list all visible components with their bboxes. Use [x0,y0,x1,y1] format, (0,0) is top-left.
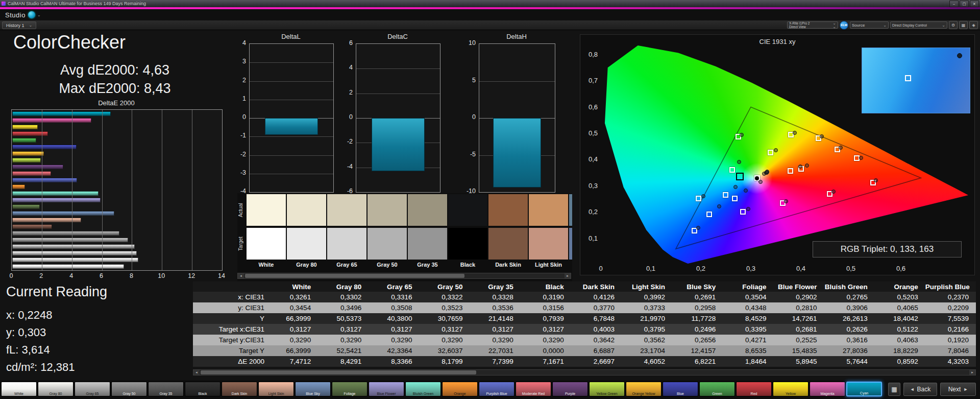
patch-swatch-gray-80[interactable]: Gray 80 [38,382,74,396]
table-cell: 5,8945 [773,356,824,367]
maximize-button[interactable]: ▢ [960,1,969,7]
pin-icon[interactable]: ◈ [969,21,978,29]
patch-swatch-label: Light Skin [259,392,293,395]
table-header-cell: Purplish Blue [925,281,976,292]
display-control-label: Direct Display Control [892,24,927,27]
patch-swatch-gray-65[interactable]: Gray 65 [75,382,110,396]
patch-swatch-blue[interactable]: Blue [663,382,698,396]
table-header-cell: Gray 80 [318,281,369,292]
y-tick-label: -5 [458,151,476,158]
patch-swatch-light-skin[interactable]: Light Skin [258,382,294,396]
max-de2000-value: Max dE2000: 8,43 [15,81,214,97]
actual-swatch-gray-35 [408,194,447,226]
table-header-cell: Bluish Green [824,281,875,292]
table-row: Target Y66,399952,542142,336432,603722,7… [193,345,976,356]
app-icon [2,2,6,6]
chevron-down-icon: ⌄ [832,25,836,29]
chevron-down-icon[interactable]: ⌄ [29,23,33,28]
patch-swatch-green[interactable]: Green [699,382,735,396]
page-title: ColorChecker [13,32,126,53]
scrollbar-thumb[interactable] [245,274,464,278]
patch-swatch-black[interactable]: Black [185,382,220,396]
reading-cdm2: cd/m²: 12,381 [6,359,75,376]
scrollbar-thumb[interactable] [201,370,476,374]
patch-swatch-dark-skin[interactable]: Dark Skin [222,382,257,396]
scroll-left-icon[interactable]: ◄ [193,370,200,375]
table-header-cell: White [267,281,318,292]
patch-swatch-label: Blue Flower [369,392,404,395]
patch-swatch-blue-sky[interactable]: Blue Sky [295,382,331,396]
gear-icon[interactable]: ⚙ [949,21,958,29]
compare-scrollbar[interactable]: ◄ ► [237,273,571,279]
table-cell: 8,3366 [369,356,419,367]
patch-swatch-gray-35[interactable]: Gray 35 [148,382,184,396]
patch-swatch-foliage[interactable]: Foliage [332,382,368,396]
inset-highlight [862,48,970,113]
table-cell: 21,4148 [470,313,521,324]
deltae-bar-blue [12,145,77,149]
patch-swatch-magenta[interactable]: Magenta [810,382,845,396]
table-header-cell [193,281,267,292]
patch-swatch-cyan[interactable]: Cyan [846,382,882,396]
x-tick-label: 4 [69,272,73,279]
swatch-column-label: Gray 65 [327,262,366,268]
table-cell: 42,3364 [369,345,419,356]
patch-swatch-yellow[interactable]: Yellow [773,382,808,396]
patch-swatch-moderate-red[interactable]: Moderate Red [516,382,551,396]
deltae-bar-gray-80 [12,257,138,262]
table-row: Target x:CIE310,31270,31270,31270,31270,… [193,324,976,335]
patch-swatch-bluish-green[interactable]: Bluish Green [405,382,441,396]
actual-swatch-gray-65 [327,194,366,226]
patch-swatch-purplish-blue[interactable]: Purplish Blue [479,382,514,396]
patch-swatch-purple[interactable]: Purple [552,382,588,396]
scroll-right-icon[interactable]: ► [565,273,571,278]
scroll-right-icon[interactable]: ► [969,370,975,375]
table-scrollbar[interactable]: ◄ ► [193,369,976,375]
tab-history-1[interactable]: History 1 ⌄ [2,21,36,29]
scroll-left-icon[interactable]: ◄ [238,273,244,278]
actual-row-label: Actual [238,194,246,226]
grid-view-button[interactable]: ▦ [888,383,900,396]
swatch-compare-panel: Actual Target WhiteGray 80Gray 65Gray 50… [237,193,572,281]
table-cell: 0,5203 [875,292,925,302]
table-cell: 0,2209 [925,302,976,313]
deltae-bar-foliage [12,204,40,209]
y-tick-label: -4 [335,163,353,170]
gridline [356,68,440,69]
table-cell: 8,4529 [723,313,773,324]
x-tick-label: 12 [188,272,195,279]
patch-swatch-red[interactable]: Red [736,382,772,396]
table-cell: 0,4348 [723,302,773,313]
next-button[interactable]: Next ► [940,383,976,396]
patch-swatch-blue-flower[interactable]: Blue Flower [369,382,404,396]
chevron-down-icon[interactable]: ⌄ [37,13,41,17]
cie-zoom-inset [862,48,970,113]
table-row: ΔE 20007,47128,42918,33668,17997,73997,1… [193,356,976,367]
patch-swatch-yellow-green[interactable]: Yellow Green [589,382,625,396]
table-cell: 0,3906 [824,302,875,313]
table-cell: 0,3328 [470,292,521,302]
table-cell: 30,7659 [419,313,470,324]
history-tab-label: History 1 [6,23,24,28]
table-cell: 66,3999 [267,345,318,356]
table-cell: 7,1671 [521,356,571,367]
elm-badge[interactable]: ELM [840,21,848,30]
patch-swatch-orange-yellow[interactable]: Orange Yellow [626,382,662,396]
meter-selector[interactable]: X-Rite i1Pro 2⌄ Direct View⌄ [787,21,838,29]
minimize-button[interactable]: – [949,1,959,7]
close-button[interactable]: ✕ [970,1,979,7]
reading-y: y: 0,303 [6,324,75,341]
layout-grid-icon[interactable]: ▦ [959,21,968,29]
source-selector[interactable]: Source ⌄ [850,21,889,29]
display-control-selector[interactable]: Direct Display Control ⌄ [890,21,947,29]
back-button[interactable]: ◄ Back [903,383,937,396]
cie-y-tick-label: 0,3 [582,182,598,190]
table-row: x: CIE310,32610,33020,33160,33220,33280,… [193,292,976,302]
target-swatch-blue-sky [569,228,572,260]
patch-swatch-orange[interactable]: Orange [442,382,478,396]
x-tick-label: 10 [158,272,165,279]
table-cell: 0,3795 [622,324,672,335]
patch-swatch-gray-50[interactable]: Gray 50 [111,382,147,396]
patch-swatch-white[interactable]: White [1,382,37,396]
tab-bar: History 1 ⌄ X-Rite i1Pro 2⌄ Direct View⌄… [0,20,980,30]
